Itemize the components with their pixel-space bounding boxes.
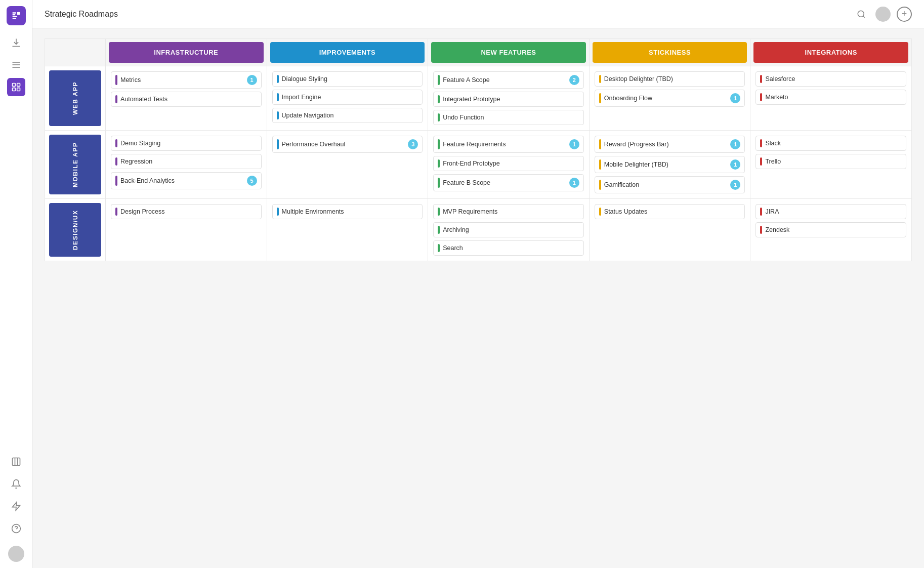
row-label-text-design_ux: DESIGN/UX [49,203,101,257]
card-label: Update Navigation [282,112,418,119]
card-label: Slack [765,140,902,147]
card-accent-bar [760,208,762,216]
cell-web_app-infrastructure: Metrics1Automated Tests [106,66,267,131]
card-item[interactable]: Reward (Progress Bar)1 [595,136,745,153]
card-item[interactable]: Salesforce [755,71,906,87]
card-label: Feature B Scope [443,179,566,186]
card-item[interactable]: Marketo [755,90,906,105]
card-item[interactable]: Regression [111,154,262,169]
card-accent-bar [438,226,440,234]
col-header-label-infrastructure: INFRASTRUCTURE [109,42,264,63]
card-label: Search [443,245,579,252]
card-item[interactable]: Metrics1 [111,71,262,89]
card-item[interactable]: Trello [755,154,906,169]
cell-mobile_app-infrastructure: Demo StagingRegressionBack-End Analytics… [106,131,267,199]
svg-line-15 [863,16,864,17]
card-item[interactable]: Dialogue Styling [272,71,423,87]
card-accent-bar [760,226,762,234]
card-label: Import Engine [282,94,418,101]
card-badge: 1 [730,159,740,170]
add-button[interactable]: + [897,7,912,22]
card-item[interactable]: Mobile Delighter (TBD)1 [595,156,745,173]
avatar[interactable] [8,546,24,562]
col-header-stickiness: STICKINESS [590,39,751,66]
card-item[interactable]: Archiving [433,222,584,237]
col-header-label-integrations: INTEGRATIONS [753,42,908,63]
card-label: Feature Requirements [443,141,566,148]
card-item[interactable]: Update Navigation [272,108,423,123]
col-header-label-stickiness: STICKINESS [593,42,747,63]
card-item[interactable]: Front-End Prototype [433,156,584,171]
card-item[interactable]: Feature Requirements1 [433,136,584,153]
card-accent-bar [115,157,117,166]
card-item[interactable]: Undo Function [433,110,584,125]
card-item[interactable]: Feature B Scope1 [433,174,584,191]
user-avatar[interactable] [875,7,891,22]
card-label: Onboarding Flow [604,95,728,102]
card-label: Front-End Prototype [443,160,579,167]
card-badge: 1 [730,139,740,149]
card-item[interactable]: Integrated Prototype [433,92,584,107]
cell-design_ux-improvements: Multiple Environments [267,199,429,261]
main-area: Strategic Roadmaps + INFRASTRUCTUREIMPRO… [32,0,924,568]
card-accent-bar [115,208,117,216]
card-item[interactable]: Design Process [111,204,262,219]
list-icon[interactable] [7,56,25,74]
card-item[interactable]: Feature A Scope2 [433,71,584,89]
frame-icon[interactable] [7,453,25,471]
card-label: Archiving [443,226,579,233]
card-item[interactable]: Performance Overhaul3 [272,136,423,153]
card-accent-bar [760,157,762,166]
card-item[interactable]: Multiple Environments [272,204,423,219]
card-item[interactable]: Gamification1 [595,176,745,193]
card-item[interactable]: Demo Staging [111,136,262,151]
card-label: Dialogue Styling [282,75,418,83]
card-item[interactable]: MVP Requirements [433,204,584,219]
cell-design_ux-integrations: JIRAZendesk [750,199,912,261]
card-badge: 1 [569,178,579,188]
card-item[interactable]: Onboarding Flow1 [595,90,745,107]
roadmap-icon[interactable] [7,78,25,96]
card-accent-bar [115,139,117,147]
card-item[interactable]: Zendesk [755,222,906,237]
cell-mobile_app-stickiness: Reward (Progress Bar)1Mobile Delighter (… [590,131,751,199]
bolt-icon[interactable] [7,497,25,515]
cell-design_ux-stickiness: Status Updates [590,199,751,261]
card-label: Regression [120,158,257,165]
download-icon[interactable] [7,33,25,52]
card-item[interactable]: Search [433,240,584,256]
card-accent-bar [599,159,601,170]
card-item[interactable]: Import Engine [272,90,423,105]
card-label: Zendesk [765,226,902,233]
card-accent-bar [115,75,117,85]
card-item[interactable]: Status Updates [595,204,745,219]
card-accent-bar [438,113,440,121]
card-item[interactable]: Slack [755,136,906,151]
card-item[interactable]: Automated Tests [111,92,262,107]
app-logo[interactable] [7,6,26,25]
help-icon[interactable] [7,519,25,538]
svg-marker-11 [12,502,20,511]
row-label-text-mobile_app: MOBILE APP [49,135,101,194]
card-item[interactable]: Desktop Delighter (TBD) [595,71,745,87]
bell-icon[interactable] [7,475,25,493]
card-label: Design Process [120,208,257,215]
card-accent-bar [438,178,440,188]
card-item[interactable]: Back-End Analytics5 [111,172,262,189]
card-item[interactable]: JIRA [755,204,906,219]
cell-mobile_app-integrations: SlackTrello [750,131,912,199]
col-header-new_features: NEW FEATURES [428,39,590,66]
card-accent-bar [760,93,762,101]
card-badge: 1 [247,75,257,85]
svg-rect-0 [17,12,20,15]
row-label-mobile_app: MOBILE APP [45,131,106,199]
svg-rect-4 [12,84,15,87]
roadmap-grid: INFRASTRUCTUREIMPROVEMENTSNEW FEATURESST… [45,38,912,261]
card-label: Salesforce [765,75,902,83]
header-spacer [45,39,106,66]
search-icon[interactable] [853,6,869,22]
cell-web_app-improvements: Dialogue StylingImport EngineUpdate Navi… [267,66,429,131]
card-accent-bar [599,93,601,103]
card-accent-bar [599,208,601,216]
col-header-label-improvements: IMPROVEMENTS [270,42,425,63]
